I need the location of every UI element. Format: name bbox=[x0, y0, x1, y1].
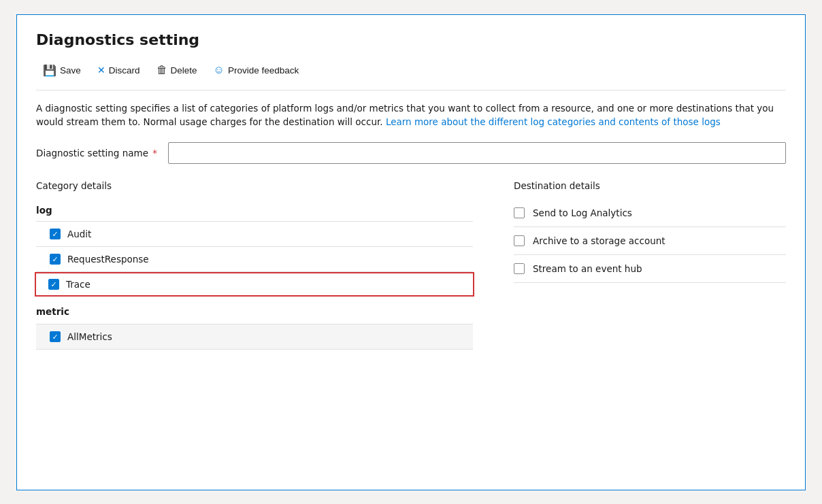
destination-details-section: Destination details Send to Log Analytic… bbox=[500, 180, 786, 350]
category-details-header: Category details bbox=[36, 180, 473, 191]
requestresponse-checkmark: ✓ bbox=[52, 256, 58, 263]
storage-account-checkbox[interactable] bbox=[514, 235, 525, 246]
allmetrics-checkbox[interactable]: ✓ bbox=[50, 331, 61, 342]
trace-label: Trace bbox=[66, 279, 91, 290]
event-hub-checkbox[interactable] bbox=[514, 263, 525, 274]
learn-more-link[interactable]: Learn more about the different log categ… bbox=[386, 116, 721, 127]
storage-account-label: Archive to a storage account bbox=[533, 235, 665, 246]
trace-row: ✓ Trace bbox=[35, 272, 474, 297]
log-analytics-checkbox[interactable] bbox=[514, 207, 525, 218]
feedback-button[interactable]: ☺ Provide feedback bbox=[207, 61, 306, 80]
requestresponse-checkbox[interactable]: ✓ bbox=[50, 254, 61, 265]
log-analytics-row: Send to Log Analytics bbox=[514, 199, 786, 227]
category-details-section: Category details log ✓ Audit ✓ RequestRe… bbox=[36, 180, 500, 350]
save-button[interactable]: 💾 Save bbox=[36, 61, 88, 80]
audit-row: ✓ Audit bbox=[36, 222, 473, 247]
allmetrics-row: ✓ AllMetrics bbox=[36, 324, 473, 350]
description-text: A diagnostic setting specifies a list of… bbox=[36, 101, 785, 129]
log-analytics-label: Send to Log Analytics bbox=[533, 207, 632, 218]
audit-checkmark: ✓ bbox=[52, 231, 58, 238]
delete-icon: 🗑 bbox=[157, 64, 167, 76]
required-indicator: * bbox=[150, 148, 157, 158]
allmetrics-checkmark: ✓ bbox=[52, 333, 58, 341]
setting-name-label: Diagnostic setting name * bbox=[36, 148, 157, 158]
discard-icon: ✕ bbox=[97, 65, 105, 75]
storage-account-row: Archive to a storage account bbox=[514, 227, 786, 255]
setting-name-input[interactable] bbox=[168, 142, 786, 164]
discard-button[interactable]: ✕ Discard bbox=[91, 61, 147, 79]
log-group-header: log bbox=[36, 199, 473, 222]
delete-button[interactable]: 🗑 Delete bbox=[150, 61, 204, 80]
trace-checkmark: ✓ bbox=[50, 281, 56, 288]
main-content: Category details log ✓ Audit ✓ RequestRe… bbox=[36, 180, 786, 350]
requestresponse-label: RequestResponse bbox=[67, 254, 149, 265]
setting-name-row: Diagnostic setting name * bbox=[36, 142, 786, 164]
audit-checkbox[interactable]: ✓ bbox=[50, 229, 61, 239]
save-icon: 💾 bbox=[43, 64, 56, 77]
event-hub-label: Stream to an event hub bbox=[533, 263, 642, 274]
metric-group-header: metric bbox=[36, 299, 473, 324]
audit-label: Audit bbox=[67, 229, 91, 239]
requestresponse-row: ✓ RequestResponse bbox=[36, 247, 473, 272]
page-title: Diagnostics setting bbox=[36, 31, 786, 48]
page-container: Diagnostics setting 💾 Save ✕ Discard 🗑 D… bbox=[16, 14, 806, 490]
trace-checkbox[interactable]: ✓ bbox=[48, 279, 59, 290]
destination-details-header: Destination details bbox=[514, 180, 786, 191]
allmetrics-label: AllMetrics bbox=[67, 331, 112, 342]
event-hub-row: Stream to an event hub bbox=[514, 255, 786, 283]
toolbar: 💾 Save ✕ Discard 🗑 Delete ☺ Provide feed… bbox=[36, 61, 786, 90]
feedback-icon: ☺ bbox=[214, 64, 225, 76]
